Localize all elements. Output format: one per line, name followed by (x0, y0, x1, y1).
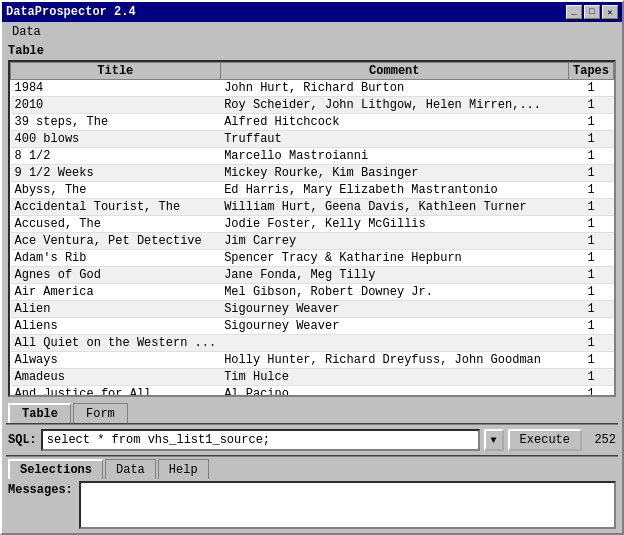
cell-title: 400 blows (11, 131, 221, 148)
cell-title: Alien (11, 301, 221, 318)
cell-comment: Mel Gibson, Robert Downey Jr. (220, 284, 568, 301)
cell-comment: Mickey Rourke, Kim Basinger (220, 165, 568, 182)
cell-tapes: 1 (568, 386, 613, 396)
maximize-button[interactable]: □ (584, 5, 600, 19)
cell-tapes: 1 (568, 131, 613, 148)
cell-tapes: 1 (568, 165, 613, 182)
bottom-tab-selections[interactable]: Selections (8, 459, 103, 479)
table-row[interactable]: Always Holly Hunter, Richard Dreyfuss, J… (11, 352, 614, 369)
table-row[interactable]: Aliens Sigourney Weaver 1 (11, 318, 614, 335)
window-title: DataProspector 2.4 (6, 5, 136, 19)
cell-tapes: 1 (568, 335, 613, 352)
col-header-tapes: Tapes (568, 63, 613, 80)
table-row[interactable]: Accused, The Jodie Foster, Kelly McGilli… (11, 216, 614, 233)
table-scroll[interactable]: Title Comment Tapes 1984 John Hurt, Rich… (10, 62, 614, 395)
col-header-title: Title (11, 63, 221, 80)
table-row[interactable]: 9 1/2 Weeks Mickey Rourke, Kim Basinger … (11, 165, 614, 182)
cell-tapes: 1 (568, 284, 613, 301)
sql-dropdown-button[interactable]: ▼ (484, 429, 504, 451)
cell-tapes: 1 (568, 267, 613, 284)
cell-tapes: 1 (568, 114, 613, 131)
table-row[interactable]: 39 steps, The Alfred Hitchcock 1 (11, 114, 614, 131)
cell-title: 8 1/2 (11, 148, 221, 165)
cell-comment: Sigourney Weaver (220, 301, 568, 318)
cell-comment: Truffaut (220, 131, 568, 148)
table-row[interactable]: 1984 John Hurt, Richard Burton 1 (11, 80, 614, 97)
table-row[interactable]: Alien Sigourney Weaver 1 (11, 301, 614, 318)
cell-title: Adam's Rib (11, 250, 221, 267)
cell-tapes: 1 (568, 352, 613, 369)
cell-title: Agnes of God (11, 267, 221, 284)
table-section: Table Title Comment Tapes 1984 John Hurt… (2, 42, 622, 399)
cell-title: 1984 (11, 80, 221, 97)
table-row[interactable]: 400 blows Truffaut 1 (11, 131, 614, 148)
cell-comment: Jim Carrey (220, 233, 568, 250)
cell-comment: Al Pacino (220, 386, 568, 396)
cell-comment: John Hurt, Richard Burton (220, 80, 568, 97)
table-body: 1984 John Hurt, Richard Burton 1 2010 Ro… (11, 80, 614, 396)
cell-comment: Holly Hunter, Richard Dreyfuss, John Goo… (220, 352, 568, 369)
cell-tapes: 1 (568, 369, 613, 386)
table-row[interactable]: 2010 Roy Scheider, John Lithgow, Helen M… (11, 97, 614, 114)
cell-tapes: 1 (568, 318, 613, 335)
view-tab-row: Table Form (2, 399, 622, 423)
tab-table[interactable]: Table (8, 403, 71, 423)
sql-input[interactable] (41, 429, 480, 451)
col-header-comment: Comment (220, 63, 568, 80)
cell-tapes: 1 (568, 80, 613, 97)
cell-title: Amadeus (11, 369, 221, 386)
messages-box[interactable] (79, 481, 616, 529)
data-table: Title Comment Tapes 1984 John Hurt, Rich… (10, 62, 614, 395)
tab-form[interactable]: Form (73, 403, 128, 423)
execute-button[interactable]: Execute (508, 429, 582, 451)
title-bar-buttons: _ □ ✕ (566, 5, 618, 19)
cell-title: And Justice for All (11, 386, 221, 396)
cell-tapes: 1 (568, 182, 613, 199)
table-row[interactable]: 8 1/2 Marcello Mastroianni 1 (11, 148, 614, 165)
cell-comment: Roy Scheider, John Lithgow, Helen Mirren… (220, 97, 568, 114)
cell-comment: Jodie Foster, Kelly McGillis (220, 216, 568, 233)
table-row[interactable]: Adam's Rib Spencer Tracy & Katharine Hep… (11, 250, 614, 267)
cell-title: 9 1/2 Weeks (11, 165, 221, 182)
bottom-tab-help[interactable]: Help (158, 459, 209, 479)
table-header: Title Comment Tapes (11, 63, 614, 80)
table-row[interactable]: Ace Ventura, Pet Detective Jim Carrey 1 (11, 233, 614, 250)
cell-tapes: 1 (568, 301, 613, 318)
table-row[interactable]: Accidental Tourist, The William Hurt, Ge… (11, 199, 614, 216)
cell-title: All Quiet on the Western ... (11, 335, 221, 352)
messages-section: Messages: (2, 479, 622, 533)
table-row[interactable]: Abyss, The Ed Harris, Mary Elizabeth Mas… (11, 182, 614, 199)
cell-tapes: 1 (568, 97, 613, 114)
cell-title: Abyss, The (11, 182, 221, 199)
cell-comment: Ed Harris, Mary Elizabeth Mastrantonio (220, 182, 568, 199)
cell-title: Always (11, 352, 221, 369)
cell-tapes: 1 (568, 250, 613, 267)
row-count: 252 (586, 433, 616, 447)
main-window: DataProspector 2.4 _ □ ✕ Data Table Titl… (0, 0, 624, 535)
bottom-tabs: Selections Data Help (2, 457, 622, 479)
minimize-button[interactable]: _ (566, 5, 582, 19)
cell-comment: Sigourney Weaver (220, 318, 568, 335)
cell-comment: William Hurt, Geena Davis, Kathleen Turn… (220, 199, 568, 216)
bottom-tab-data[interactable]: Data (105, 459, 156, 479)
close-button[interactable]: ✕ (602, 5, 618, 19)
cell-comment: Alfred Hitchcock (220, 114, 568, 131)
cell-comment (220, 335, 568, 352)
table-row[interactable]: Air America Mel Gibson, Robert Downey Jr… (11, 284, 614, 301)
cell-title: Accidental Tourist, The (11, 199, 221, 216)
table-row[interactable]: All Quiet on the Western ... 1 (11, 335, 614, 352)
sql-row: SQL: ▼ Execute 252 (2, 425, 622, 455)
cell-title: Aliens (11, 318, 221, 335)
menu-item-data[interactable]: Data (6, 24, 47, 40)
title-bar: DataProspector 2.4 _ □ ✕ (2, 2, 622, 22)
cell-title: Accused, The (11, 216, 221, 233)
cell-comment: Tim Hulce (220, 369, 568, 386)
menu-bar: Data (2, 22, 622, 42)
table-row[interactable]: And Justice for All Al Pacino 1 (11, 386, 614, 396)
table-row[interactable]: Agnes of God Jane Fonda, Meg Tilly 1 (11, 267, 614, 284)
table-row[interactable]: Amadeus Tim Hulce 1 (11, 369, 614, 386)
data-table-container: Title Comment Tapes 1984 John Hurt, Rich… (8, 60, 616, 397)
cell-comment: Jane Fonda, Meg Tilly (220, 267, 568, 284)
cell-title: Air America (11, 284, 221, 301)
cell-title: 39 steps, The (11, 114, 221, 131)
